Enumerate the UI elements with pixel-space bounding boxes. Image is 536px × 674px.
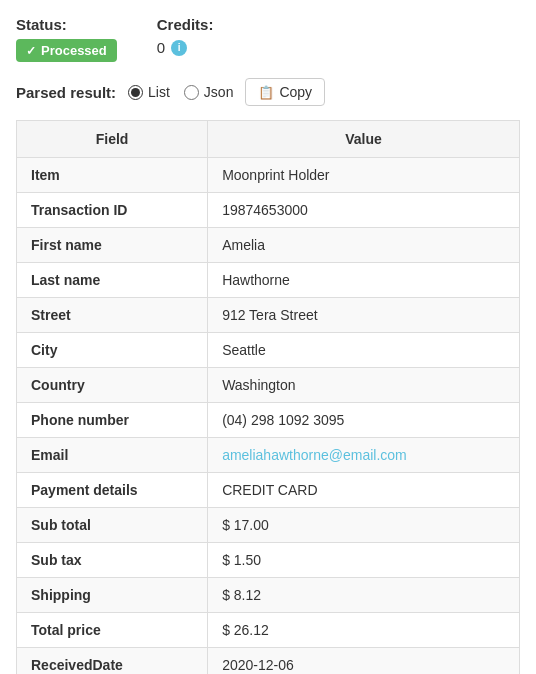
field-cell: Last name (17, 263, 208, 298)
copy-button[interactable]: 📋 Copy (245, 78, 325, 106)
field-cell: Total price (17, 613, 208, 648)
table-row: First nameAmelia (17, 228, 520, 263)
table-header-row: Field Value (17, 121, 520, 158)
radio-list-option[interactable]: List (128, 84, 170, 100)
table-row: Total price$ 26.12 (17, 613, 520, 648)
table-row: CountryWashington (17, 368, 520, 403)
radio-list-input[interactable] (128, 85, 143, 100)
value-cell: 19874653000 (208, 193, 520, 228)
status-label: Status: (16, 16, 117, 33)
credits-label: Credits: (157, 16, 214, 33)
radio-group: List Json (128, 84, 233, 100)
credits-value-row: 0 i (157, 39, 214, 56)
field-column-header: Field (17, 121, 208, 158)
table-row: Emailameliahawthorne@email.com (17, 438, 520, 473)
field-cell: Sub tax (17, 543, 208, 578)
value-cell: CREDIT CARD (208, 473, 520, 508)
field-cell: Street (17, 298, 208, 333)
value-cell: Hawthorne (208, 263, 520, 298)
value-column-header: Value (208, 121, 520, 158)
value-cell: (04) 298 1092 3095 (208, 403, 520, 438)
value-cell: $ 8.12 (208, 578, 520, 613)
value-cell: $ 1.50 (208, 543, 520, 578)
email-link[interactable]: ameliahawthorne@email.com (222, 447, 407, 463)
field-cell: Email (17, 438, 208, 473)
status-badge: ✓ Processed (16, 39, 117, 62)
table-row: Shipping$ 8.12 (17, 578, 520, 613)
value-cell: ameliahawthorne@email.com (208, 438, 520, 473)
table-row: Payment detailsCREDIT CARD (17, 473, 520, 508)
value-cell: $ 26.12 (208, 613, 520, 648)
table-row: Phone number(04) 298 1092 3095 (17, 403, 520, 438)
value-cell: 2020-12-06 (208, 648, 520, 675)
radio-json-option[interactable]: Json (184, 84, 234, 100)
value-cell: 912 Tera Street (208, 298, 520, 333)
radio-json-label: Json (204, 84, 234, 100)
field-cell: Payment details (17, 473, 208, 508)
status-credits-row: Status: ✓ Processed Credits: 0 i (16, 16, 520, 62)
data-table: Field Value ItemMoonprint HolderTransact… (16, 120, 520, 674)
credits-section: Credits: 0 i (157, 16, 214, 56)
field-cell: Transaction ID (17, 193, 208, 228)
field-cell: Shipping (17, 578, 208, 613)
table-row: Transaction ID19874653000 (17, 193, 520, 228)
parsed-result-row: Parsed result: List Json 📋 Copy (16, 78, 520, 106)
value-cell: $ 17.00 (208, 508, 520, 543)
checkmark-icon: ✓ (26, 44, 36, 58)
parsed-result-label: Parsed result: (16, 84, 116, 101)
value-cell: Seattle (208, 333, 520, 368)
value-cell: Moonprint Holder (208, 158, 520, 193)
table-row: CitySeattle (17, 333, 520, 368)
field-cell: Phone number (17, 403, 208, 438)
value-cell: Washington (208, 368, 520, 403)
table-row: Last nameHawthorne (17, 263, 520, 298)
status-badge-text: Processed (41, 43, 107, 58)
table-row: Street912 Tera Street (17, 298, 520, 333)
field-cell: Country (17, 368, 208, 403)
table-row: Sub total$ 17.00 (17, 508, 520, 543)
table-row: Sub tax$ 1.50 (17, 543, 520, 578)
field-cell: ReceivedDate (17, 648, 208, 675)
radio-list-label: List (148, 84, 170, 100)
info-icon[interactable]: i (171, 40, 187, 56)
field-cell: City (17, 333, 208, 368)
value-cell: Amelia (208, 228, 520, 263)
copy-icon: 📋 (258, 85, 274, 100)
credits-value: 0 (157, 39, 165, 56)
copy-button-label: Copy (279, 84, 312, 100)
status-section: Status: ✓ Processed (16, 16, 117, 62)
field-cell: Item (17, 158, 208, 193)
field-cell: Sub total (17, 508, 208, 543)
radio-json-input[interactable] (184, 85, 199, 100)
table-row: ReceivedDate2020-12-06 (17, 648, 520, 675)
field-cell: First name (17, 228, 208, 263)
table-row: ItemMoonprint Holder (17, 158, 520, 193)
